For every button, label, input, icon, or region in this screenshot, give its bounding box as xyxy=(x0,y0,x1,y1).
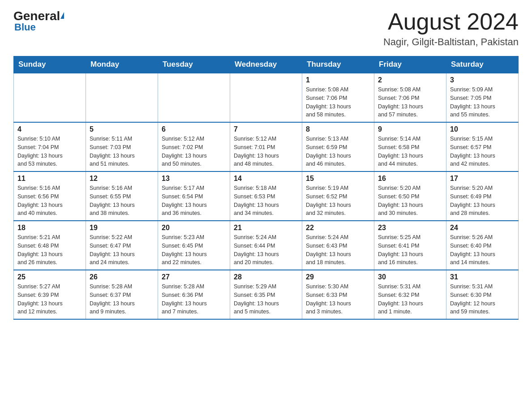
day-info: Sunrise: 5:25 AM Sunset: 6:41 PM Dayligh… xyxy=(378,233,442,267)
day-info: Sunrise: 5:28 AM Sunset: 6:37 PM Dayligh… xyxy=(90,283,154,316)
calendar-cell-1-3 xyxy=(158,73,230,122)
day-number: 21 xyxy=(234,224,298,232)
calendar-cell-3-6: 16Sunrise: 5:20 AM Sunset: 6:50 PM Dayli… xyxy=(374,171,446,221)
calendar-cell-3-7: 17Sunrise: 5:20 AM Sunset: 6:49 PM Dayli… xyxy=(446,171,519,221)
calendar-cell-1-2 xyxy=(86,73,158,122)
day-info: Sunrise: 5:08 AM Sunset: 7:06 PM Dayligh… xyxy=(378,86,442,119)
day-number: 11 xyxy=(17,175,82,183)
day-info: Sunrise: 5:22 AM Sunset: 6:47 PM Dayligh… xyxy=(90,233,154,267)
day-info: Sunrise: 5:18 AM Sunset: 6:53 PM Dayligh… xyxy=(234,184,298,218)
day-number: 2 xyxy=(378,76,442,84)
day-info: Sunrise: 5:23 AM Sunset: 6:45 PM Dayligh… xyxy=(162,233,226,267)
calendar-header-tuesday: Tuesday xyxy=(158,56,230,73)
day-info: Sunrise: 5:24 AM Sunset: 6:44 PM Dayligh… xyxy=(234,233,298,267)
day-info: Sunrise: 5:12 AM Sunset: 7:01 PM Dayligh… xyxy=(234,135,298,168)
day-info: Sunrise: 5:16 AM Sunset: 6:55 PM Dayligh… xyxy=(90,184,154,218)
calendar-cell-5-3: 27Sunrise: 5:28 AM Sunset: 6:36 PM Dayli… xyxy=(158,270,230,319)
day-info: Sunrise: 5:09 AM Sunset: 7:05 PM Dayligh… xyxy=(450,86,515,119)
calendar-header-sunday: Sunday xyxy=(14,56,86,73)
day-number: 31 xyxy=(450,273,515,281)
day-number: 13 xyxy=(162,175,226,183)
page-header: General Blue August 2024 Nagir, Gilgit-B… xyxy=(13,9,519,48)
day-number: 5 xyxy=(90,125,154,133)
day-number: 1 xyxy=(306,76,370,84)
day-info: Sunrise: 5:08 AM Sunset: 7:06 PM Dayligh… xyxy=(306,86,370,119)
day-info: Sunrise: 5:13 AM Sunset: 6:59 PM Dayligh… xyxy=(306,135,370,168)
logo: General Blue xyxy=(13,9,64,33)
month-title: August 2024 xyxy=(383,9,519,34)
day-number: 24 xyxy=(450,224,515,232)
calendar-table: SundayMondayTuesdayWednesdayThursdayFrid… xyxy=(13,56,519,320)
calendar-cell-2-4: 7Sunrise: 5:12 AM Sunset: 7:01 PM Daylig… xyxy=(230,122,302,171)
calendar-cell-5-2: 26Sunrise: 5:28 AM Sunset: 6:37 PM Dayli… xyxy=(86,270,158,319)
calendar-cell-3-5: 15Sunrise: 5:19 AM Sunset: 6:52 PM Dayli… xyxy=(302,171,374,221)
calendar-week-4: 18Sunrise: 5:21 AM Sunset: 6:48 PM Dayli… xyxy=(14,221,519,270)
day-number: 27 xyxy=(162,273,226,281)
day-info: Sunrise: 5:16 AM Sunset: 6:56 PM Dayligh… xyxy=(17,184,82,218)
calendar-cell-4-4: 21Sunrise: 5:24 AM Sunset: 6:44 PM Dayli… xyxy=(230,221,302,270)
day-info: Sunrise: 5:30 AM Sunset: 6:33 PM Dayligh… xyxy=(306,283,370,316)
calendar-week-3: 11Sunrise: 5:16 AM Sunset: 6:56 PM Dayli… xyxy=(14,171,519,221)
day-number: 6 xyxy=(162,125,226,133)
calendar-cell-1-6: 2Sunrise: 5:08 AM Sunset: 7:06 PM Daylig… xyxy=(374,73,446,122)
calendar-cell-2-1: 4Sunrise: 5:10 AM Sunset: 7:04 PM Daylig… xyxy=(14,122,86,171)
day-number: 3 xyxy=(450,76,515,84)
day-number: 30 xyxy=(378,273,442,281)
calendar-cell-3-1: 11Sunrise: 5:16 AM Sunset: 6:56 PM Dayli… xyxy=(14,171,86,221)
calendar-cell-5-5: 29Sunrise: 5:30 AM Sunset: 6:33 PM Dayli… xyxy=(302,270,374,319)
day-info: Sunrise: 5:20 AM Sunset: 6:49 PM Dayligh… xyxy=(450,184,515,218)
calendar-cell-1-5: 1Sunrise: 5:08 AM Sunset: 7:06 PM Daylig… xyxy=(302,73,374,122)
day-info: Sunrise: 5:29 AM Sunset: 6:35 PM Dayligh… xyxy=(234,283,298,316)
day-number: 18 xyxy=(17,224,82,232)
calendar-cell-1-7: 3Sunrise: 5:09 AM Sunset: 7:05 PM Daylig… xyxy=(446,73,519,122)
day-number: 4 xyxy=(17,125,82,133)
calendar-week-5: 25Sunrise: 5:27 AM Sunset: 6:39 PM Dayli… xyxy=(14,270,519,319)
calendar-cell-2-6: 9Sunrise: 5:14 AM Sunset: 6:58 PM Daylig… xyxy=(374,122,446,171)
day-info: Sunrise: 5:20 AM Sunset: 6:50 PM Dayligh… xyxy=(378,184,442,218)
calendar-cell-2-3: 6Sunrise: 5:12 AM Sunset: 7:02 PM Daylig… xyxy=(158,122,230,171)
calendar-header-saturday: Saturday xyxy=(446,56,519,73)
logo-blue-text: Blue xyxy=(14,21,36,33)
calendar-cell-4-6: 23Sunrise: 5:25 AM Sunset: 6:41 PM Dayli… xyxy=(374,221,446,270)
day-info: Sunrise: 5:19 AM Sunset: 6:52 PM Dayligh… xyxy=(306,184,370,218)
day-number: 20 xyxy=(162,224,226,232)
day-number: 28 xyxy=(234,273,298,281)
day-number: 16 xyxy=(378,175,442,183)
title-block: August 2024 Nagir, Gilgit-Baltistan, Pak… xyxy=(383,9,519,48)
day-number: 9 xyxy=(378,125,442,133)
calendar-cell-3-2: 12Sunrise: 5:16 AM Sunset: 6:55 PM Dayli… xyxy=(86,171,158,221)
day-number: 22 xyxy=(306,224,370,232)
calendar-week-2: 4Sunrise: 5:10 AM Sunset: 7:04 PM Daylig… xyxy=(14,122,519,171)
calendar-cell-3-4: 14Sunrise: 5:18 AM Sunset: 6:53 PM Dayli… xyxy=(230,171,302,221)
day-number: 15 xyxy=(306,175,370,183)
day-number: 14 xyxy=(234,175,298,183)
day-number: 23 xyxy=(378,224,442,232)
calendar-week-1: 1Sunrise: 5:08 AM Sunset: 7:06 PM Daylig… xyxy=(14,73,519,122)
day-number: 12 xyxy=(90,175,154,183)
day-number: 17 xyxy=(450,175,515,183)
calendar-header-friday: Friday xyxy=(374,56,446,73)
calendar-cell-5-4: 28Sunrise: 5:29 AM Sunset: 6:35 PM Dayli… xyxy=(230,270,302,319)
calendar-cell-4-3: 20Sunrise: 5:23 AM Sunset: 6:45 PM Dayli… xyxy=(158,221,230,270)
day-number: 25 xyxy=(17,273,82,281)
day-info: Sunrise: 5:31 AM Sunset: 6:32 PM Dayligh… xyxy=(378,283,442,316)
day-info: Sunrise: 5:26 AM Sunset: 6:40 PM Dayligh… xyxy=(450,233,515,267)
calendar-cell-1-1 xyxy=(14,73,86,122)
calendar-cell-4-1: 18Sunrise: 5:21 AM Sunset: 6:48 PM Dayli… xyxy=(14,221,86,270)
day-info: Sunrise: 5:27 AM Sunset: 6:39 PM Dayligh… xyxy=(17,283,82,316)
calendar-cell-1-4 xyxy=(230,73,302,122)
calendar-header-thursday: Thursday xyxy=(302,56,374,73)
day-number: 10 xyxy=(450,125,515,133)
day-number: 8 xyxy=(306,125,370,133)
calendar-cell-3-3: 13Sunrise: 5:17 AM Sunset: 6:54 PM Dayli… xyxy=(158,171,230,221)
day-info: Sunrise: 5:10 AM Sunset: 7:04 PM Dayligh… xyxy=(17,135,82,168)
calendar-cell-2-2: 5Sunrise: 5:11 AM Sunset: 7:03 PM Daylig… xyxy=(86,122,158,171)
day-number: 26 xyxy=(90,273,154,281)
calendar-cell-5-7: 31Sunrise: 5:31 AM Sunset: 6:30 PM Dayli… xyxy=(446,270,519,319)
calendar-header-row: SundayMondayTuesdayWednesdayThursdayFrid… xyxy=(14,56,519,73)
day-info: Sunrise: 5:12 AM Sunset: 7:02 PM Dayligh… xyxy=(162,135,226,168)
day-info: Sunrise: 5:31 AM Sunset: 6:30 PM Dayligh… xyxy=(450,283,515,316)
calendar-header-wednesday: Wednesday xyxy=(230,56,302,73)
day-info: Sunrise: 5:21 AM Sunset: 6:48 PM Dayligh… xyxy=(17,233,82,267)
day-number: 19 xyxy=(90,224,154,232)
